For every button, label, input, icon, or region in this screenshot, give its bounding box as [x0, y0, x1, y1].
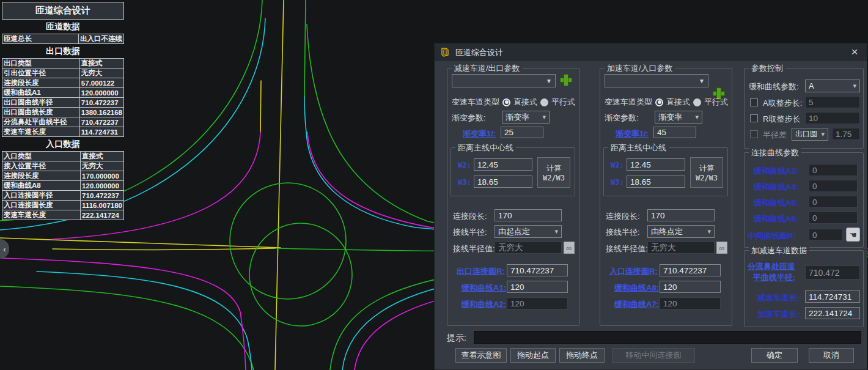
spiral-a6-input — [809, 212, 858, 224]
button-label: 取消 — [823, 350, 839, 361]
drag-start-button[interactable]: 拖动起点 — [510, 348, 556, 363]
lane-type-label: 变速车道类型 — [605, 97, 652, 108]
infinity-icon: ∞ — [719, 243, 724, 253]
spiral-a2-link[interactable]: 缓和曲线A2: — [462, 299, 506, 310]
table-row: 出口类型直接式 — [2, 59, 124, 68]
ok-button[interactable]: 确定 — [751, 348, 798, 363]
table-row: 入口类型直接式 — [2, 152, 124, 161]
accel-lane-length-input[interactable] — [805, 307, 860, 319]
table-row: 出口圆曲线长度1380.162168 — [2, 108, 124, 117]
exit-circle-r-input[interactable] — [507, 264, 568, 276]
nose-radius-link[interactable]: 分流鼻处匝道 平曲线半径: — [748, 261, 795, 283]
decel-w2-input[interactable] — [474, 158, 532, 171]
decel-w3-input[interactable] — [474, 176, 532, 188]
table-row: 匝道总长出入口不连续 — [2, 34, 124, 44]
entry-circle-r-link[interactable]: 入口连接圆R: — [609, 266, 658, 277]
w3-label: W3: — [611, 178, 624, 187]
spiral-a1-link[interactable]: 缓和曲线A1: — [462, 283, 506, 294]
accel-taper-select[interactable]: 渐变率 ▾ — [655, 111, 702, 124]
accel-w3-input[interactable] — [627, 176, 685, 188]
section-header-ramp: 匝道数据 — [2, 20, 124, 34]
button-label: 拖动终点 — [566, 350, 598, 361]
table-row: 接入位置半径无穷大 — [2, 161, 124, 171]
accel-taper-rate-input[interactable] — [653, 127, 696, 138]
decel-calc-w2w3-button[interactable]: 计算 W2/W3 — [537, 157, 570, 188]
spiral-a7-input — [660, 297, 721, 309]
connect-length-label: 连接段长: — [606, 211, 640, 222]
accel-connect-length-input[interactable] — [647, 209, 715, 221]
decel-radius-mode-select[interactable]: 由起点定 ▾ — [495, 225, 562, 238]
radius-mode-label: 接线半径: — [606, 227, 640, 238]
chevron-down-icon: ▾ — [853, 82, 856, 90]
radius-diff-checkbox[interactable] — [750, 130, 758, 138]
chevron-down-icon: ▼ — [546, 78, 552, 84]
radio-direct[interactable] — [502, 98, 510, 106]
taper-rate-link[interactable]: 渐变率1/: — [463, 128, 496, 139]
spiral-a4-input — [809, 180, 858, 192]
group-label: 减速车道/出口参数 — [452, 63, 523, 74]
ramp-summary-panel: 匝道综合设计 匝道数据 匝道总长出入口不连续 出口数据 出口类型直接式 引出位置… — [2, 2, 124, 220]
button-label: 拖动起点 — [517, 350, 549, 361]
radio-parallel-label: 平行式 — [551, 97, 575, 108]
radio-parallel[interactable] — [693, 98, 701, 106]
radio-direct-label: 直接式 — [666, 97, 690, 108]
decel-taper-select[interactable]: 渐变率 ▾ — [502, 111, 550, 124]
spiral-a5-label: 缓和曲线A5: — [754, 198, 798, 209]
decel-lane-type-row: 变速车道类型 直接式 平行式 — [452, 97, 575, 108]
taper-param-label: 渐变参数: — [605, 113, 639, 124]
spiral-a8-link[interactable]: 缓和曲线A8: — [614, 283, 659, 294]
radio-direct-label: 直接式 — [513, 97, 537, 108]
hint-label: 提示: — [447, 333, 466, 344]
radius-mode-label: 接线半径: — [453, 227, 487, 238]
r-step-label: R取整步长 — [763, 114, 800, 125]
radius-diff-select[interactable]: 出口圆 ▾ — [792, 128, 828, 141]
accel-calc-w2w3-button[interactable]: 计算 W2/W3 — [690, 157, 723, 188]
radio-direct[interactable] — [655, 98, 663, 106]
exit-circle-r-link[interactable]: 出口连接圆R: — [457, 266, 505, 277]
radius-value-label: 接线半径值: — [606, 243, 648, 254]
accel-radius-mode-select[interactable]: 由终点定 ▾ — [647, 225, 715, 238]
drag-end-button[interactable]: 拖动终点 — [559, 348, 605, 363]
decel-connect-length-input[interactable] — [495, 209, 562, 221]
cancel-button[interactable]: 取消 — [809, 348, 854, 363]
button-label: W2/W3 — [696, 174, 718, 182]
table-row: 引出位置半径无穷大 — [2, 68, 124, 78]
radio-parallel-label: 平行式 — [704, 97, 728, 108]
chevron-down-icon: ▾ — [554, 228, 558, 235]
dialog-title: 匝道综合设计 — [455, 47, 503, 58]
view-schematic-button[interactable]: 查看示意图 — [455, 348, 507, 363]
decel-taper-rate-input[interactable] — [501, 127, 543, 138]
add-decel-lane-button[interactable] — [559, 73, 573, 87]
table-row: 缓和曲线A1120.000000 — [2, 88, 124, 98]
dialog-titlebar[interactable]: 匝道综合设计 × — [435, 43, 867, 61]
infinity-icon: ∞ — [566, 243, 572, 253]
lane-type-label: 变速车道类型 — [452, 97, 499, 108]
mid-circle-r-input — [809, 229, 843, 241]
pick-on-screen-button[interactable]: ☚ — [846, 228, 860, 242]
spiral-a6-label: 缓和曲线A6: — [754, 213, 798, 224]
mid-circle-r-label: 中间接线圆R: — [748, 231, 796, 242]
infinity-button[interactable]: ∞ — [564, 242, 575, 254]
group-label: 距离主线中心线 — [608, 142, 669, 154]
radio-parallel[interactable] — [540, 98, 548, 106]
entry-circle-r-input[interactable] — [660, 264, 721, 276]
infinity-button[interactable]: ∞ — [716, 242, 727, 254]
taper-rate-link[interactable]: 渐变率1/: — [616, 128, 649, 139]
spiral-a1-input[interactable] — [507, 281, 568, 293]
spiral-param-select[interactable]: A ▾ — [805, 80, 860, 92]
decel-lane-length-input[interactable] — [805, 290, 860, 303]
table-row: 入口连接圆半径710.472237 — [2, 191, 124, 201]
table-row: 变速车道长度114.724731 — [2, 127, 124, 137]
decel-preset-select[interactable]: ▼ — [452, 74, 556, 87]
accel-preset-select[interactable]: ▼ — [605, 74, 708, 87]
a-step-checkbox[interactable] — [750, 98, 758, 106]
spiral-a7-link[interactable]: 缓和曲线A7: — [614, 299, 659, 310]
spiral-a4-label: 缓和曲线A4: — [754, 182, 798, 193]
spiral-a8-input[interactable] — [660, 281, 721, 293]
r-step-checkbox[interactable] — [750, 114, 758, 122]
button-label: 计算 — [699, 163, 714, 174]
chevron-down-icon: ▾ — [542, 113, 546, 121]
accel-w2-input[interactable] — [627, 158, 685, 171]
close-icon[interactable]: × — [847, 45, 862, 59]
spiral-param-label: 缓和曲线参数: — [749, 81, 799, 92]
